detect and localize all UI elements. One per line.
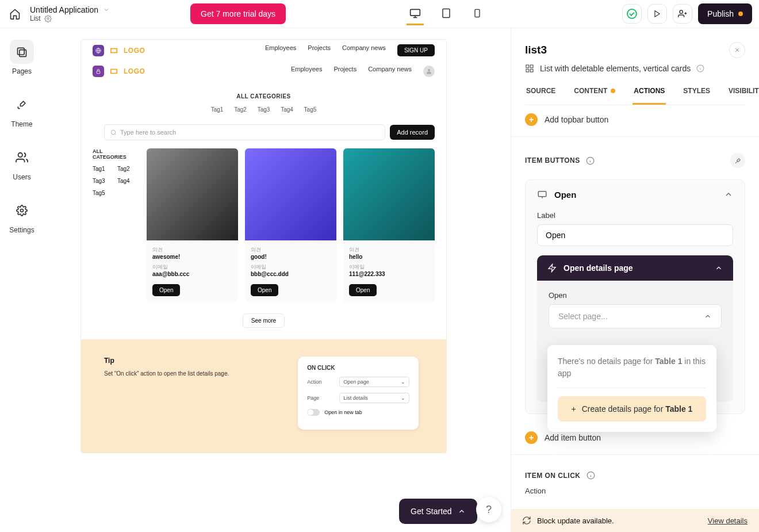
label-input[interactable]: [537, 224, 733, 246]
publish-label: Publish: [707, 9, 734, 18]
nav-news-2[interactable]: Company news: [368, 66, 412, 77]
preview-button[interactable]: [647, 4, 667, 24]
info-icon[interactable]: [696, 64, 704, 72]
see-more-button[interactable]: See more: [243, 313, 285, 328]
open-card-header[interactable]: Open: [526, 180, 745, 209]
play-icon: [653, 10, 661, 18]
brush-icon: [734, 157, 742, 164]
tablet-icon: [441, 8, 451, 18]
close-button[interactable]: [729, 42, 745, 58]
topbar-right-tools: Publish: [622, 3, 752, 24]
open-details-header[interactable]: Open details page: [537, 255, 733, 281]
refresh-icon: [522, 516, 531, 525]
status-ok[interactable]: [622, 4, 642, 24]
info-icon[interactable]: [586, 471, 595, 480]
rail-settings-label: Settings: [9, 226, 34, 234]
tab-visibility[interactable]: VISIBILITY: [727, 87, 759, 105]
device-tablet[interactable]: [438, 2, 455, 25]
svg-point-21: [111, 130, 115, 134]
card-open-button[interactable]: Open: [251, 284, 278, 296]
trial-button[interactable]: Get 7 more trial days: [190, 3, 286, 24]
svg-marker-36: [549, 264, 555, 271]
select-page-dropdown[interactable]: Select page...: [549, 304, 722, 328]
svg-rect-4: [443, 9, 450, 17]
chevron-down-icon[interactable]: [103, 6, 110, 13]
rail-pages[interactable]: Pages: [10, 40, 34, 75]
tip-newtab-toggle[interactable]: [307, 409, 320, 416]
rail-theme-label: Theme: [11, 120, 32, 128]
tag-1[interactable]: Tag1: [211, 106, 224, 113]
get-started-button[interactable]: Get Started: [399, 499, 477, 524]
nav-projects[interactable]: Projects: [308, 44, 331, 56]
tab-content[interactable]: CONTENT: [573, 87, 616, 105]
nav-employees[interactable]: Employees: [265, 44, 296, 56]
tip-page-select[interactable]: List details⌄: [339, 393, 409, 403]
list-item[interactable]: 의견 hello 이메일 111@222.333 Open: [343, 148, 435, 302]
nav-employees-2[interactable]: Employees: [291, 66, 322, 77]
page-badge-locked[interactable]: [93, 66, 104, 77]
card-image: [147, 148, 238, 240]
tag-3[interactable]: Tag3: [258, 106, 270, 113]
close-icon: [734, 47, 741, 53]
nav-news[interactable]: Company news: [342, 44, 386, 56]
open-sub-label: Open: [549, 291, 722, 300]
left-rail: Pages Theme Users Settings: [0, 28, 44, 234]
tag-2[interactable]: Tag2: [234, 106, 247, 113]
page-badge-public[interactable]: [93, 45, 104, 56]
chevron-up-icon: [724, 190, 733, 199]
side-tag-5[interactable]: Tag5: [93, 190, 113, 196]
device-desktop[interactable]: [407, 2, 424, 25]
nav-projects-2[interactable]: Projects: [334, 66, 356, 77]
all-categories-title: ALL CATEGORIES: [81, 93, 446, 99]
side-tag-1[interactable]: Tag1: [93, 166, 113, 172]
tip-panel-title: ON CLICK: [307, 365, 409, 371]
rail-theme[interactable]: Theme: [10, 93, 34, 128]
tag-4[interactable]: Tag4: [281, 106, 293, 113]
rail-settings[interactable]: Settings: [9, 198, 34, 234]
search-input[interactable]: Type here to search: [104, 124, 385, 140]
svg-rect-1: [411, 9, 420, 16]
info-icon[interactable]: [586, 156, 595, 165]
tip-action-select[interactable]: Open page⌄: [339, 377, 409, 387]
divider: [558, 388, 706, 388]
notice-link[interactable]: View details: [708, 516, 747, 525]
tag-5[interactable]: Tag5: [304, 106, 317, 113]
avatar[interactable]: [423, 66, 435, 77]
invite-button[interactable]: [673, 4, 692, 24]
side-tag-4[interactable]: Tag4: [117, 178, 137, 184]
page-label[interactable]: List: [30, 14, 41, 22]
svg-point-0: [47, 17, 49, 19]
logo-icon: [110, 67, 118, 75]
plus-icon: +: [525, 113, 538, 126]
list-item[interactable]: 의견 good! 이메일 bbb@ccc.ddd Open: [245, 148, 336, 302]
gear-icon[interactable]: [44, 15, 52, 22]
content-dot-icon: [611, 89, 615, 93]
device-mobile[interactable]: [469, 2, 486, 25]
card-image: [343, 148, 435, 240]
card-open-button[interactable]: Open: [349, 284, 377, 296]
signup-button[interactable]: SIGN UP: [397, 44, 435, 56]
tab-source[interactable]: SOURCE: [525, 87, 557, 105]
rail-users[interactable]: Users: [10, 146, 34, 181]
tip-band: Tip Set "On click" action to open the li…: [81, 339, 446, 453]
style-tool[interactable]: [730, 153, 745, 168]
canvas[interactable]: LOGO Employees Projects Company news SIG…: [80, 39, 447, 453]
create-details-page-button[interactable]: + Create details page for Table 1: [558, 396, 706, 422]
chevron-down-icon: ⌄: [401, 379, 405, 385]
help-button[interactable]: ?: [476, 497, 501, 522]
settings-icon: [16, 205, 28, 216]
add-record-button[interactable]: Add record: [390, 125, 435, 140]
tab-actions[interactable]: ACTIONS: [632, 87, 666, 105]
divider: [511, 454, 759, 455]
rail-pages-label: Pages: [12, 67, 32, 75]
tab-styles[interactable]: STYLES: [682, 87, 711, 105]
lock-icon: [95, 68, 101, 74]
list-item[interactable]: 의견 awesome! 이메일 aaa@bbb.ccc Open: [147, 148, 238, 302]
add-topbar-row[interactable]: + Add topbar button: [511, 105, 759, 134]
card-open-button[interactable]: Open: [152, 284, 180, 296]
side-tag-2[interactable]: Tag2: [117, 166, 137, 172]
plus-icon: +: [525, 431, 538, 444]
side-tag-3[interactable]: Tag3: [93, 178, 113, 184]
publish-button[interactable]: Publish: [698, 3, 752, 24]
home-button[interactable]: [7, 6, 23, 22]
